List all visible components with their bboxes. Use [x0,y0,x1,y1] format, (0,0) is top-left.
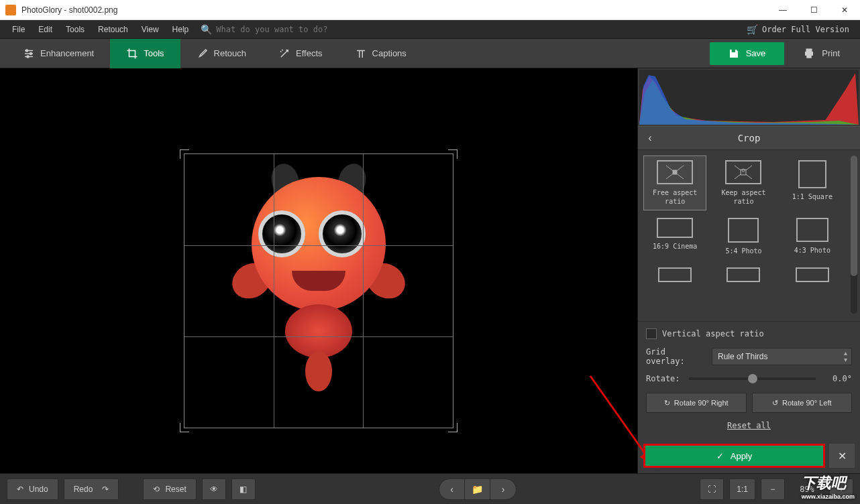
split-icon: ◧ [239,485,247,494]
menu-file[interactable]: File [5,22,32,37]
compare-button[interactable]: ◧ [231,479,256,500]
image-preview [131,83,506,458]
rotate-90-left-button[interactable]: ↺Rotate 90° Left [752,393,853,413]
back-icon[interactable]: ‹ [638,126,662,150]
next-image-button[interactable]: › [490,479,516,499]
menu-edit[interactable]: Edit [32,22,59,37]
slider-thumb[interactable] [748,374,757,383]
tab-effects[interactable]: Effects [262,39,339,68]
fit-screen-button[interactable]: ⛶ [700,479,724,500]
panel-title: Crop [638,133,860,143]
canvas-area[interactable] [0,68,637,473]
crop-icon [126,48,138,60]
preset-keep-aspect[interactable]: Keep aspectratio [712,155,775,210]
wand-icon [278,48,290,60]
sidebar: ‹ Crop Free aspectratio Keep aspectratio… [637,68,860,473]
close-button[interactable]: ✕ [829,0,860,20]
browse-button[interactable]: 📁 [465,479,490,499]
reset-button[interactable]: ⟲Reset [143,479,196,500]
brush-icon [197,48,209,60]
maximize-button[interactable]: ☐ [798,0,829,20]
rotate-left-icon: ↺ [772,399,778,407]
menu-tools[interactable]: Tools [59,22,91,37]
preset-more-3[interactable] [781,263,844,291]
window-title: PhotoGlory - shot0002.png [21,5,767,15]
grid-overlay-dropdown[interactable]: Rule of Thirds ▴▾ [712,348,852,365]
zoom-out-button[interactable]: − [761,479,785,500]
undo-icon: ↶ [17,485,23,494]
apply-button[interactable]: ✓ Apply [643,444,825,468]
save-button[interactable]: Save [710,42,785,65]
rotate-right-icon: ↻ [664,399,670,407]
cancel-button[interactable]: ✕ [829,444,855,468]
watermark: 下载吧 www.xiazaiba.com [802,473,855,500]
reset-all-link[interactable]: Reset all [646,421,852,430]
vertical-aspect-label: Vertical aspect ratio [662,329,764,338]
prev-image-button[interactable]: ‹ [439,479,465,499]
order-full-version-link[interactable]: Order Full Version [762,25,849,34]
window-titlebar: PhotoGlory - shot0002.png — ☐ ✕ [0,0,860,20]
svg-point-5 [27,56,29,58]
rotate-90-right-button[interactable]: ↻Rotate 90° Right [646,393,747,413]
eye-icon: 👁 [210,485,218,494]
preset-16-9-cinema[interactable]: 16:9 Cinema [643,213,706,260]
text-icon [355,48,367,60]
crop-handle-tr[interactable] [448,149,458,159]
menubar: File Edit Tools Retouch View Help 🔍 🛒 Or… [0,20,860,39]
save-icon [729,48,739,59]
svg-rect-7 [741,170,746,175]
menu-retouch[interactable]: Retouch [91,22,135,37]
sliders-icon [23,48,35,60]
fit-icon: ⛶ [708,485,716,494]
crop-controls: Vertical aspect ratio Grid overlay: Rule… [638,321,860,444]
crop-handle-bl[interactable] [180,423,189,432]
minimize-button[interactable]: — [767,0,798,20]
rotate-label: Rotate: [646,374,680,383]
menu-view[interactable]: View [135,22,166,37]
tab-retouch[interactable]: Retouch [180,39,262,68]
histogram [639,70,859,125]
svg-point-3 [26,50,28,52]
search-icon: 🔍 [201,24,212,35]
presets-scrollbar[interactable] [851,155,857,314]
grid-overlay-label: Grid overlay: [646,347,706,366]
main-toolbar: Enhancement Tools Retouch Effects Captio… [0,39,860,68]
vertical-aspect-checkbox[interactable] [646,328,657,339]
rotate-value: 0.0° [825,374,852,383]
tab-enhancement[interactable]: Enhancement [7,39,110,68]
bottombar: ↶Undo Redo↷ ⟲Reset 👁 ◧ ‹ 📁 › ⛶ 1:1 − 89%… [0,473,860,504]
crop-rectangle[interactable] [184,153,453,428]
preset-1-1-square[interactable]: 1:1 Square [781,155,844,210]
tab-captions[interactable]: Captions [339,39,423,68]
print-button[interactable]: Print [790,42,853,65]
file-nav: ‹ 📁 › [439,479,517,500]
undo-button[interactable]: ↶Undo [7,479,58,500]
tab-tools[interactable]: Tools [110,39,180,68]
crop-presets: Free aspectratio Keep aspectratio 1:1 Sq… [638,150,860,321]
print-icon [803,48,815,60]
cart-icon: 🛒 [747,24,758,35]
preset-free-aspect[interactable]: Free aspectratio [643,155,706,210]
redo-button[interactable]: Redo↷ [64,479,119,500]
crop-handle-tl[interactable] [180,149,189,159]
preset-5-4-photo[interactable]: 5:4 Photo [712,213,775,260]
preset-more-2[interactable] [712,263,775,291]
svg-point-4 [30,52,32,54]
menu-help[interactable]: Help [166,22,196,37]
chevron-updown-icon: ▴▾ [844,350,847,363]
check-icon: ✓ [716,451,724,461]
redo-icon: ↷ [102,485,109,494]
panel-header: ‹ Crop [638,126,860,150]
folder-icon: 📁 [472,484,483,495]
app-icon [5,5,16,15]
preset-more-1[interactable] [643,263,706,291]
rotate-slider[interactable] [689,377,816,380]
crop-handle-br[interactable] [448,423,458,432]
search-input[interactable] [216,25,350,34]
zoom-1-1-button[interactable]: 1:1 [729,479,755,500]
reset-icon: ⟲ [153,485,160,494]
minus-icon: − [771,485,775,494]
preset-4-3-photo[interactable]: 4:3 Photo [781,213,844,260]
show-original-button[interactable]: 👁 [202,479,226,500]
